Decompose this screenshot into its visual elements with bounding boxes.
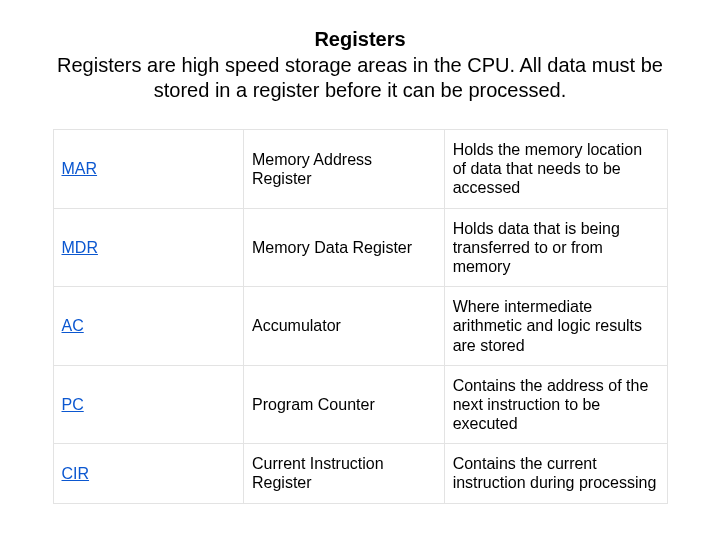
table-row: AC Accumulator Where intermediate arithm… (53, 287, 667, 366)
heading-title: Registers (44, 28, 676, 51)
register-desc: Contains the current instruction during … (444, 444, 667, 503)
register-abbr-link[interactable]: PC (62, 396, 84, 413)
register-desc: Holds the memory location of data that n… (444, 130, 667, 209)
register-desc: Contains the address of the next instruc… (444, 365, 667, 444)
register-name: Program Counter (244, 365, 445, 444)
registers-table: MAR Memory Address Register Holds the me… (53, 129, 668, 504)
register-name: Memory Address Register (244, 130, 445, 209)
register-abbr-link[interactable]: MAR (62, 160, 98, 177)
subtitle-line-1: Registers are high speed storage areas i… (57, 54, 663, 76)
heading-subtitle: Registers are high speed storage areas i… (44, 53, 676, 103)
table-row: MAR Memory Address Register Holds the me… (53, 130, 667, 209)
register-abbr-link[interactable]: AC (62, 317, 84, 334)
register-desc: Holds data that is being transferred to … (444, 208, 667, 287)
register-desc: Where intermediate arithmetic and logic … (444, 287, 667, 366)
register-name: Current Instruction Register (244, 444, 445, 503)
subtitle-line-2: stored in a register before it can be pr… (154, 79, 566, 101)
register-name: Memory Data Register (244, 208, 445, 287)
slide: Registers Registers are high speed stora… (0, 0, 720, 504)
table-row: CIR Current Instruction Register Contain… (53, 444, 667, 503)
table-row: PC Program Counter Contains the address … (53, 365, 667, 444)
register-name: Accumulator (244, 287, 445, 366)
table-row: MDR Memory Data Register Holds data that… (53, 208, 667, 287)
register-abbr-link[interactable]: CIR (62, 465, 90, 482)
register-abbr-link[interactable]: MDR (62, 239, 98, 256)
